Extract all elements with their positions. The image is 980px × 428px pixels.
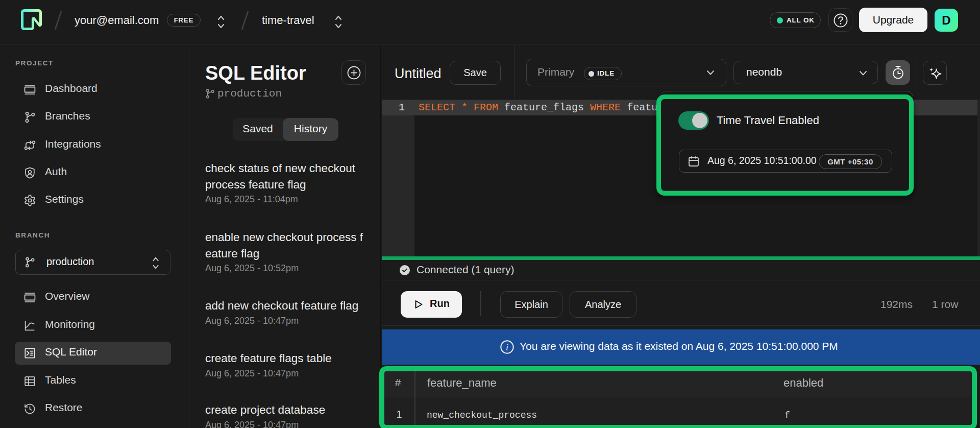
svg-text:i: i	[506, 342, 508, 352]
